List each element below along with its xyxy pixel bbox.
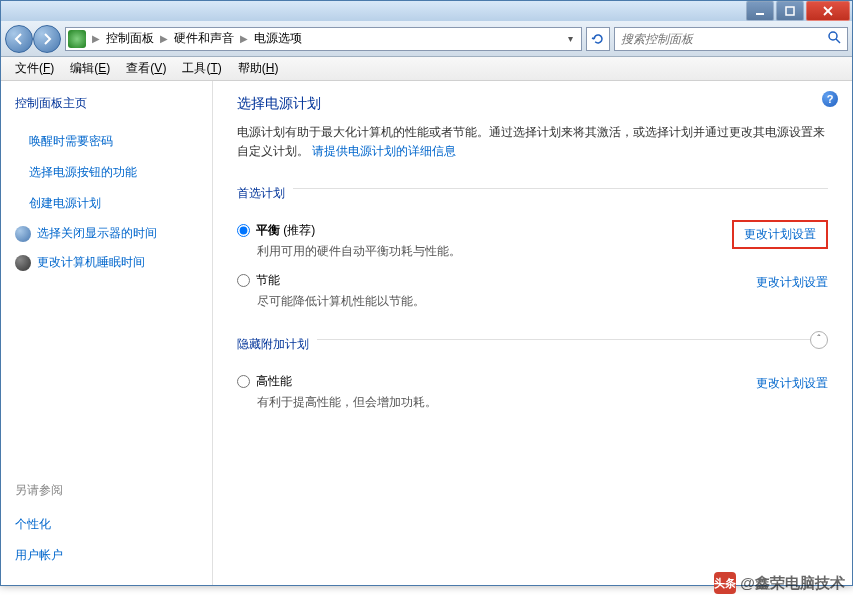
shield-icon [15,226,31,242]
navbar: ▶ 控制面板 ▶ 硬件和声音 ▶ 电源选项 ▾ [1,21,852,57]
body: 控制面板主页 唤醒时需要密码 选择电源按钮的功能 创建电源计划 选择关闭显示器的… [1,81,852,585]
sidebar-home[interactable]: 控制面板主页 [15,95,212,112]
plan-balanced-desc: 利用可用的硬件自动平衡功耗与性能。 [257,243,732,260]
menu-view[interactable]: 查看(V) [118,57,174,80]
radio-input[interactable] [237,224,250,237]
forward-button[interactable] [33,25,61,53]
divider [317,339,810,340]
menu-file[interactable]: 文件(F) [7,57,62,80]
crumb-root[interactable]: 控制面板 [102,30,158,47]
sidebar-item-sleep[interactable]: 更改计算机睡眠时间 [15,254,212,271]
refresh-button[interactable] [586,27,610,51]
sidebar-link-power-button[interactable]: 选择电源按钮的功能 [29,164,212,181]
divider [293,188,828,189]
close-button[interactable] [806,1,850,21]
plan-high-desc: 有利于提高性能，但会增加功耗。 [257,394,756,411]
sidebar: 控制面板主页 唤醒时需要密码 选择电源按钮的功能 创建电源计划 选择关闭显示器的… [1,81,213,585]
maximize-button[interactable] [776,1,804,21]
minimize-button[interactable] [746,1,774,21]
menu-help[interactable]: 帮助(H) [230,57,287,80]
titlebar [1,1,852,21]
section-hidden: 隐藏附加计划 [237,336,309,353]
sidebar-link-create-plan[interactable]: 创建电源计划 [29,195,212,212]
section-preferred: 首选计划 [237,185,285,202]
plan-balanced: 平衡 (推荐) 利用可用的硬件自动平衡功耗与性能。 更改计划设置 [237,216,828,266]
control-panel-icon [68,30,86,48]
collapse-button[interactable]: ˆ [810,331,828,349]
sidebar-link-accounts[interactable]: 用户帐户 [15,547,212,564]
sidebar-item-label: 选择关闭显示器的时间 [37,225,157,242]
plan-saver: 节能 尽可能降低计算机性能以节能。 更改计划设置 [237,266,828,316]
svg-line-5 [836,39,840,43]
plan-saver-desc: 尽可能降低计算机性能以节能。 [257,293,756,310]
sidebar-item-display-off[interactable]: 选择关闭显示器的时间 [15,225,212,242]
change-plan-link-saver[interactable]: 更改计划设置 [756,272,828,291]
plan-high-radio[interactable]: 高性能 [237,373,756,390]
svg-rect-1 [786,7,794,15]
crumb-power[interactable]: 电源选项 [250,30,306,47]
change-plan-link-balanced[interactable]: 更改计划设置 [732,220,828,249]
plan-high: 高性能 有利于提高性能，但会增加功耗。 更改计划设置 [237,367,828,417]
chevron-right-icon: ▶ [238,33,250,44]
search-icon[interactable] [827,30,841,48]
address-bar[interactable]: ▶ 控制面板 ▶ 硬件和声音 ▶ 电源选项 ▾ [65,27,582,51]
sidebar-item-label: 更改计算机睡眠时间 [37,254,145,271]
help-icon[interactable]: ? [822,91,838,107]
radio-input[interactable] [237,274,250,287]
plan-balanced-radio[interactable]: 平衡 (推荐) [237,222,732,239]
address-dropdown[interactable]: ▾ [561,33,579,44]
page-title: 选择电源计划 [237,95,828,113]
menu-tools[interactable]: 工具(T) [174,57,229,80]
back-button[interactable] [5,25,33,53]
page-description: 电源计划有助于最大化计算机的性能或者节能。通过选择计划来将其激活，或选择计划并通… [237,123,828,161]
shield-icon [15,255,31,271]
radio-input[interactable] [237,375,250,388]
change-plan-link-high[interactable]: 更改计划设置 [756,373,828,392]
chevron-right-icon: ▶ [158,33,170,44]
sidebar-link-wake-password[interactable]: 唤醒时需要密码 [29,133,212,150]
menu-edit[interactable]: 编辑(E) [62,57,118,80]
window: ▶ 控制面板 ▶ 硬件和声音 ▶ 电源选项 ▾ 文件(F) 编辑(E) 查看(V… [0,0,853,586]
info-link[interactable]: 请提供电源计划的详细信息 [312,144,456,158]
see-also-heading: 另请参阅 [15,482,212,499]
search-box[interactable] [614,27,848,51]
chevron-right-icon: ▶ [90,33,102,44]
search-input[interactable] [621,32,827,46]
svg-point-4 [829,32,837,40]
crumb-hardware[interactable]: 硬件和声音 [170,30,238,47]
content: ? 选择电源计划 电源计划有助于最大化计算机的性能或者节能。通过选择计划来将其激… [213,81,852,585]
menu-bar: 文件(F) 编辑(E) 查看(V) 工具(T) 帮助(H) [1,57,852,81]
plan-saver-radio[interactable]: 节能 [237,272,756,289]
sidebar-link-personalize[interactable]: 个性化 [15,516,212,533]
